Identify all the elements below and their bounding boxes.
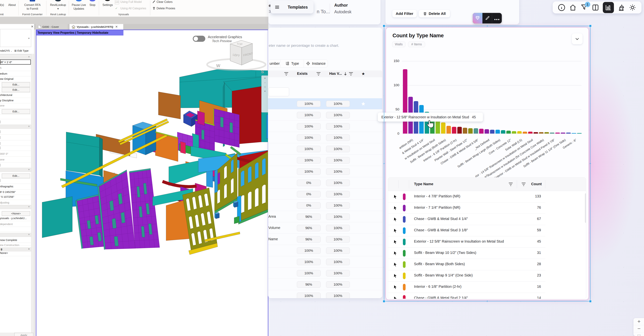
svg-text:W: W	[216, 63, 220, 68]
svg-text:S: S	[261, 69, 264, 74]
